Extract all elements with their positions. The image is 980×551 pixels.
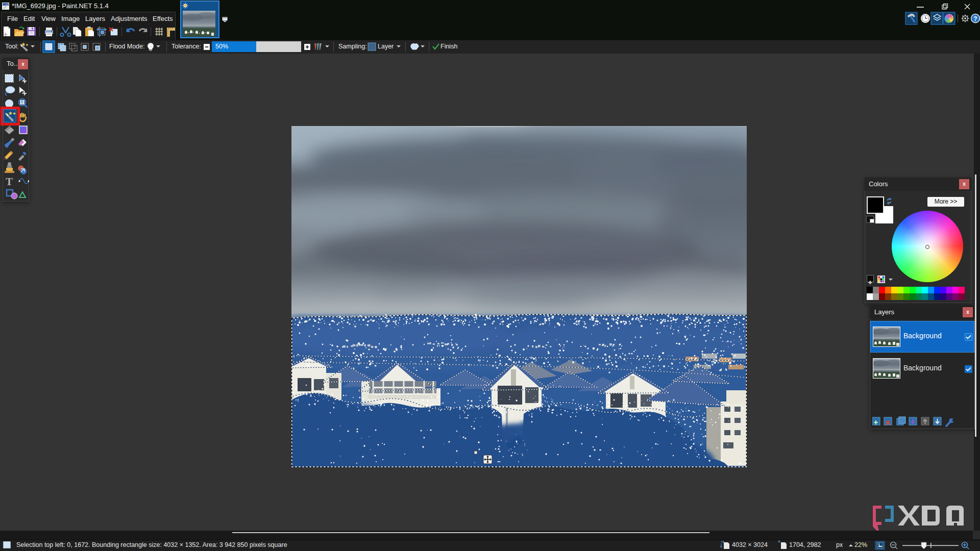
svg-text:?: ? [973,15,977,22]
svg-text:T: T [6,176,13,188]
